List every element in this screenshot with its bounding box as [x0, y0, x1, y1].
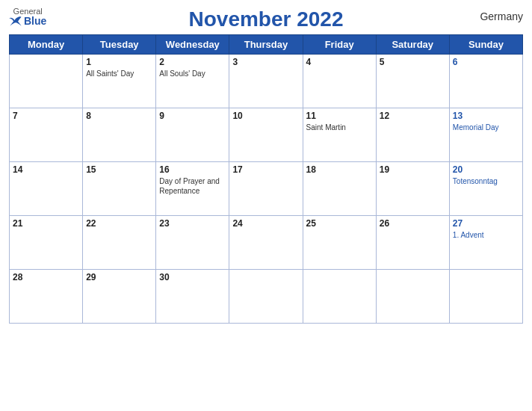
calendar-cell: 6: [449, 55, 522, 108]
calendar-cell: 2All Souls' Day: [156, 55, 229, 108]
calendar-cell: [376, 270, 449, 324]
day-number: 27: [453, 218, 519, 229]
header-sunday: Sunday: [449, 35, 522, 55]
calendar-cell: 21: [10, 216, 83, 270]
holiday-text: Day of Prayer and Repentance: [159, 176, 226, 196]
day-number: 26: [380, 218, 446, 229]
day-number: 15: [86, 164, 152, 175]
day-number: 19: [380, 164, 446, 175]
day-number: 3: [232, 57, 299, 67]
calendar-cell: 13Memorial Day: [449, 108, 522, 162]
holiday-text: All Souls' Day: [159, 69, 226, 78]
calendar-cell: 29: [83, 270, 156, 324]
calendar-cell: 16Day of Prayer and Repentance: [156, 162, 229, 216]
calendar-cell: 23: [156, 216, 229, 270]
day-number: 30: [159, 272, 226, 282]
calendar-cell: 9: [156, 108, 229, 162]
day-number: 11: [306, 111, 373, 121]
day-number: 29: [86, 272, 152, 282]
day-number: 24: [232, 218, 299, 229]
calendar-title: November 2022: [188, 7, 343, 31]
day-number: 6: [453, 57, 519, 67]
calendar-cell: 25: [303, 216, 376, 270]
calendar-cell: 10: [229, 108, 303, 162]
calendar-cell: 30: [156, 270, 229, 324]
day-number: 2: [159, 57, 226, 67]
calendar-week-1: 1All Saints' Day2All Souls' Day3456: [10, 55, 523, 108]
calendar-cell: 271. Advent: [449, 216, 522, 270]
calendar-week-2: 7891011Saint Martin1213Memorial Day: [10, 108, 523, 162]
calendar-cell: 7: [10, 108, 83, 162]
calendar-cell: 26: [376, 216, 449, 270]
calendar-cell: 22: [83, 216, 156, 270]
calendar-cell: 5: [376, 55, 449, 108]
calendar-week-5: 282930: [10, 270, 523, 324]
header-thursday: Thursday: [229, 35, 303, 55]
holiday-text: Saint Martin: [306, 123, 373, 132]
day-number: 23: [159, 218, 226, 229]
header-saturday: Saturday: [376, 35, 449, 55]
calendar-cell: [449, 270, 522, 324]
calendar-cell: 28: [10, 270, 83, 324]
calendar-cell: 8: [83, 108, 156, 162]
calendar-cell: 24: [229, 216, 303, 270]
day-number: 12: [380, 111, 446, 121]
day-number: 4: [306, 57, 373, 67]
day-number: 7: [13, 111, 79, 121]
holiday-text: 1. Advent: [453, 230, 519, 240]
calendar-cell: 15: [83, 162, 156, 216]
weekday-header-row: Monday Tuesday Wednesday Thursday Friday…: [10, 35, 523, 55]
day-number: 17: [232, 164, 299, 175]
day-number: 28: [13, 272, 79, 282]
day-number: 8: [86, 111, 152, 121]
day-number: 9: [159, 111, 226, 121]
header-tuesday: Tuesday: [83, 35, 156, 55]
calendar-header: General Blue November 2022 Germany: [9, 7, 523, 31]
logo-bird-icon: [9, 16, 22, 26]
calendar-week-3: 141516Day of Prayer and Repentance171819…: [10, 162, 523, 216]
calendar-container: General Blue November 2022 Germany Monda…: [0, 0, 532, 411]
calendar-cell: 3: [229, 55, 303, 108]
calendar-cell: [10, 55, 83, 108]
day-number: 5: [380, 57, 446, 67]
calendar-cell: 18: [303, 162, 376, 216]
calendar-cell: 1All Saints' Day: [83, 55, 156, 108]
day-number: 20: [453, 164, 519, 175]
calendar-body: 1All Saints' Day2All Souls' Day345678910…: [10, 55, 523, 324]
calendar-table: Monday Tuesday Wednesday Thursday Friday…: [9, 34, 523, 324]
day-number: 1: [86, 57, 152, 67]
holiday-text: Memorial Day: [453, 123, 519, 132]
header-wednesday: Wednesday: [156, 35, 229, 55]
calendar-week-4: 212223242526271. Advent: [10, 216, 523, 270]
day-number: 13: [453, 111, 519, 121]
logo-blue-text: Blue: [9, 16, 46, 26]
calendar-cell: [303, 270, 376, 324]
calendar-cell: 14: [10, 162, 83, 216]
calendar-cell: 4: [303, 55, 376, 108]
calendar-cell: 20Totensonntag: [449, 162, 522, 216]
day-number: 14: [13, 164, 79, 175]
logo-area: General Blue: [9, 7, 46, 26]
calendar-cell: 17: [229, 162, 303, 216]
country-label: Germany: [480, 10, 523, 22]
day-number: 21: [13, 218, 79, 229]
day-number: 16: [159, 164, 226, 175]
calendar-cell: 12: [376, 108, 449, 162]
header-friday: Friday: [303, 35, 376, 55]
day-number: 10: [232, 111, 299, 121]
holiday-text: All Saints' Day: [86, 69, 152, 78]
day-number: 18: [306, 164, 373, 175]
calendar-cell: 11Saint Martin: [303, 108, 376, 162]
day-number: 25: [306, 218, 373, 229]
calendar-cell: [229, 270, 303, 324]
calendar-cell: 19: [376, 162, 449, 216]
holiday-text: Totensonntag: [453, 176, 519, 186]
day-number: 22: [86, 218, 152, 229]
header-monday: Monday: [10, 35, 83, 55]
